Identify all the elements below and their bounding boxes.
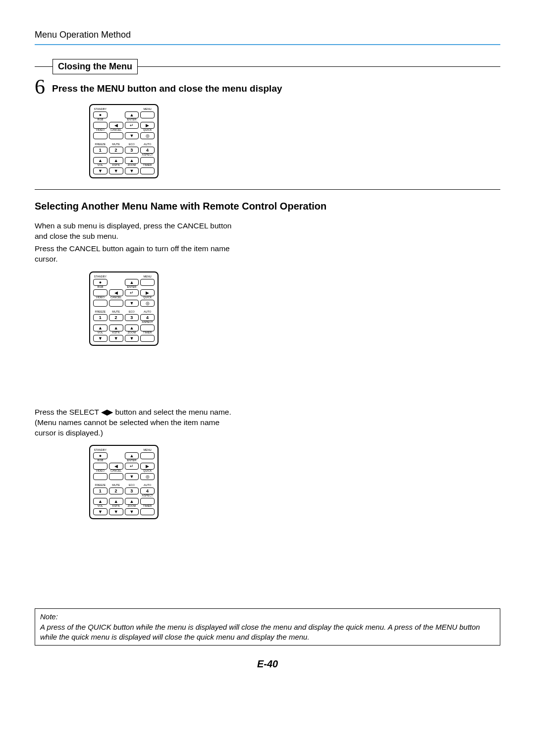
timer-button — [140, 508, 155, 515]
down-arrow-icon: ▼ — [129, 300, 134, 306]
up-button: ▲ — [125, 279, 139, 286]
note-label: Note: — [40, 612, 495, 622]
vol-down-button: ▼ — [93, 167, 107, 174]
kstn-label: KSTN — [109, 331, 123, 335]
step-number: 6 — [35, 76, 45, 97]
blank-label — [125, 494, 139, 498]
left-button: ◀ — [109, 463, 123, 470]
blank-label — [125, 321, 139, 324]
menu-label: MENU — [140, 449, 155, 452]
num-3-icon: 3 — [130, 488, 133, 494]
auto-button: 4 — [140, 147, 155, 154]
up-arrow-icon: ▲ — [129, 158, 134, 163]
blank-label — [109, 275, 123, 279]
cancel-button — [109, 300, 123, 307]
aspect-button — [140, 324, 155, 331]
auto-button: 4 — [140, 314, 155, 321]
left-arrow-icon: ◀ — [114, 123, 118, 128]
vol-down-button: ▼ — [93, 335, 107, 342]
mute-button: 2 — [109, 147, 123, 154]
right-button: ▶ — [140, 122, 155, 129]
separator — [93, 480, 155, 484]
up-button: ▲ — [125, 111, 139, 118]
rule-right — [138, 66, 500, 67]
quick-label: QUICK — [140, 129, 155, 132]
enter-button: ↵ — [125, 463, 139, 470]
enter-label: ENTER — [125, 286, 139, 289]
down-arrow-icon: ▼ — [98, 509, 103, 515]
down-arrow-icon: ▼ — [129, 509, 134, 515]
closing-menu-box-title: Closing the Menu — [53, 59, 138, 74]
zoom-up-button: ▲ — [125, 324, 139, 331]
cancel-label: CANCEL — [109, 129, 123, 132]
freeze-label: FREEZE — [93, 143, 107, 147]
num-1-icon: 1 — [99, 315, 102, 321]
vol-up-button: ▲ — [93, 324, 107, 331]
separator — [93, 307, 155, 311]
aspect-label: ASPECT — [140, 494, 155, 498]
blank-label — [125, 275, 139, 279]
left-button: ◀ — [109, 289, 123, 296]
left-arrow-icon: ◀ — [114, 290, 118, 296]
step-6-row: 6 Press the MENU button and close the me… — [35, 76, 500, 97]
menu-button — [140, 279, 155, 286]
eco-label: ECO — [125, 143, 139, 147]
page-number: E-40 — [35, 658, 500, 670]
num-2-icon: 2 — [115, 148, 117, 153]
left-button: ◀ — [109, 122, 123, 129]
zoom-up-button: ▲ — [125, 157, 139, 164]
mute-button: 2 — [109, 314, 123, 321]
enter-label: ENTER — [125, 118, 139, 122]
cancel-label: CANCEL — [109, 296, 123, 300]
spacer — [35, 353, 243, 407]
down-button: ▼ — [125, 473, 139, 480]
remote-control-diagram: STANDBY MENU ● ▲ RGB ENTER ◀ ↵ ▶ VIDEO C… — [89, 271, 159, 346]
freeze-button: 1 — [93, 487, 107, 494]
blank-cell — [109, 111, 123, 118]
blank-label — [109, 118, 123, 122]
body-column: When a sub menu is displayed, press the … — [35, 221, 243, 519]
auto-label: AUTO — [140, 311, 155, 314]
remote-illustration-1: STANDBY MENU ● ▲ RGB ENTER ◀ ↵ ▶ VIDEO C… — [89, 104, 500, 178]
note-box: Note: A press of the QUICK button while … — [35, 608, 500, 646]
cancel-button — [109, 132, 123, 139]
remote-illustration-3: STANDBY MENU ● ▲ RGB ENTER ◀ ↵ ▶ VIDEO C… — [89, 445, 243, 519]
quick-icon: ◎ — [146, 133, 150, 138]
dot-icon: ● — [99, 453, 102, 459]
menu-label: MENU — [140, 108, 155, 111]
vol-down-button: ▼ — [93, 508, 107, 515]
kstn-up-button: ▲ — [109, 324, 123, 331]
auto-label: AUTO — [140, 484, 155, 487]
auto-label: AUTO — [140, 143, 155, 147]
freeze-label: FREEZE — [93, 484, 107, 487]
blank-label — [140, 459, 155, 463]
down-arrow-icon: ▼ — [114, 509, 118, 515]
right-arrow-icon: ▶ — [146, 290, 149, 296]
zoom-down-button: ▼ — [125, 508, 139, 515]
down-arrow-icon: ▼ — [129, 168, 134, 173]
eco-button: 3 — [125, 147, 139, 154]
up-button: ▲ — [125, 452, 139, 459]
document-page: Menu Operation Method Closing the Menu 6… — [0, 0, 535, 690]
divider-rule — [35, 189, 500, 190]
up-arrow-icon: ▲ — [129, 325, 134, 331]
aspect-label: ASPECT — [140, 321, 155, 324]
standby-button: ● — [93, 452, 107, 459]
kstn-up-button: ▲ — [109, 157, 123, 164]
down-button: ▼ — [125, 300, 139, 307]
auto-button: 4 — [140, 487, 155, 494]
note-text: A press of the QUICK button while the me… — [40, 622, 495, 643]
aspect-button — [140, 498, 155, 505]
enter-label: ENTER — [125, 459, 139, 463]
up-arrow-icon: ▲ — [114, 498, 118, 504]
standby-label: STANDBY — [93, 108, 107, 111]
blank-label — [109, 449, 123, 452]
video-label: VIDEO — [93, 129, 107, 132]
vol-label: VOL — [93, 505, 107, 508]
up-arrow-icon: ▲ — [129, 453, 134, 459]
num-1-icon: 1 — [99, 488, 102, 494]
closing-menu-heading-row: Closing the Menu — [35, 59, 500, 74]
blank-label — [109, 286, 123, 289]
freeze-label: FREEZE — [93, 311, 107, 314]
down-arrow-icon: ▼ — [129, 335, 134, 341]
